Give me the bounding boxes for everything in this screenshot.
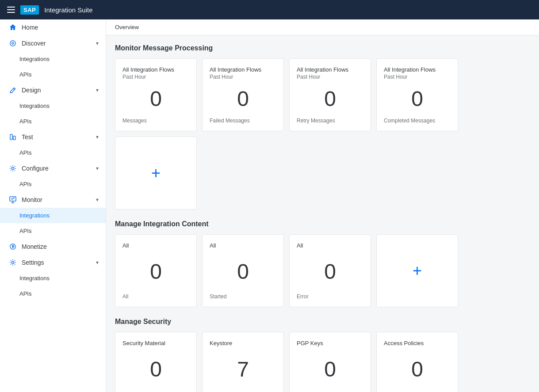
test-apis-label: APIs xyxy=(19,149,31,156)
sidebar-item-test[interactable]: Test ▾ xyxy=(0,129,106,145)
card-keystore-number: 7 xyxy=(210,359,276,380)
monitor-icon xyxy=(8,196,17,203)
card-pgp-keys-top1: PGP Keys xyxy=(297,339,363,347)
card-messages-top1: All Integration Flows xyxy=(122,66,189,74)
card-keystore[interactable]: Keystore 7 Entries xyxy=(202,332,284,392)
sidebar-item-design-apis[interactable]: APIs xyxy=(0,114,106,129)
card-all-started-top1: All xyxy=(210,242,276,250)
add-integration-icon: + xyxy=(413,242,422,300)
card-retry-bottom: Retry Messages xyxy=(297,118,363,124)
card-access-policies[interactable]: Access Policies 0 Artifacts xyxy=(376,332,458,392)
card-all-error[interactable]: All 0 Error xyxy=(289,234,371,307)
settings-chevron: ▾ xyxy=(96,259,99,266)
sidebar-item-discover-apis[interactable]: APIs xyxy=(0,67,106,82)
add-monitor-card[interactable]: + xyxy=(115,137,197,209)
card-pgp-keys[interactable]: PGP Keys 0 Entries xyxy=(289,332,371,392)
configure-chevron: ▾ xyxy=(96,165,99,171)
svg-rect-0 xyxy=(7,7,15,8)
card-security-material-number: 0 xyxy=(122,359,189,380)
design-integrations-label: Integrations xyxy=(19,103,50,109)
card-access-policies-top1: Access Policies xyxy=(384,339,451,347)
discover-chevron: ▾ xyxy=(96,40,99,46)
discover-apis-label: APIs xyxy=(19,71,31,78)
card-completed-messages[interactable]: All Integration Flows Past Hour 0 Comple… xyxy=(376,58,458,131)
test-chevron: ▾ xyxy=(96,134,99,140)
monitor-message-processing-cards: All Integration Flows Past Hour 0 Messag… xyxy=(115,58,530,209)
discover-icon xyxy=(8,40,17,47)
hamburger-button[interactable] xyxy=(7,7,15,13)
add-monitor-icon: + xyxy=(151,144,161,202)
sidebar-item-home[interactable]: Home xyxy=(0,19,106,35)
configure-apis-label: APIs xyxy=(19,181,31,187)
discover-label: Discover xyxy=(22,40,92,47)
card-pgp-keys-number: 0 xyxy=(297,359,363,380)
topbar: SAP Integration Suite xyxy=(0,0,539,19)
card-completed-top2: Past Hour xyxy=(384,74,451,80)
sidebar-item-configure-apis[interactable]: APIs xyxy=(0,176,106,192)
monetize-icon xyxy=(8,243,17,250)
sidebar-item-monetize[interactable]: Monetize xyxy=(0,239,106,255)
card-failed-messages[interactable]: All Integration Flows Past Hour 0 Failed… xyxy=(202,58,284,131)
monitor-apis-label: APIs xyxy=(19,228,31,234)
card-all-all-bottom: All xyxy=(122,293,189,300)
card-all-started-bottom: Started xyxy=(210,293,276,300)
card-keystore-top1: Keystore xyxy=(210,339,276,347)
sidebar-item-test-apis[interactable]: APIs xyxy=(0,145,106,160)
sidebar-item-design-integrations[interactable]: Integrations xyxy=(0,98,106,114)
card-failed-top2: Past Hour xyxy=(210,74,276,80)
svg-rect-5 xyxy=(10,134,12,140)
monitor-chevron: ▾ xyxy=(96,197,99,203)
card-security-material-top1: Security Material xyxy=(122,339,189,347)
svg-point-3 xyxy=(10,41,15,46)
card-completed-bottom: Completed Messages xyxy=(384,118,451,124)
content-area: Monitor Message Processing All Integrati… xyxy=(106,35,539,392)
monitor-message-processing-section: Monitor Message Processing All Integrati… xyxy=(115,44,530,209)
design-chevron: ▾ xyxy=(96,87,99,93)
settings-label: Settings xyxy=(22,259,92,266)
design-label: Design xyxy=(22,87,92,94)
monetize-label: Monetize xyxy=(22,243,99,250)
monitor-integrations-label: Integrations xyxy=(19,212,50,219)
sidebar-item-monitor-integrations[interactable]: Integrations xyxy=(0,208,106,223)
discover-integrations-label: Integrations xyxy=(19,56,50,62)
add-integration-card[interactable]: + xyxy=(376,234,458,307)
sidebar: Home Discover ▾ Integrations APIs xyxy=(0,19,106,392)
configure-icon xyxy=(8,165,17,172)
configure-label: Configure xyxy=(22,165,92,172)
card-security-material[interactable]: Security Material 0 Artifacts xyxy=(115,332,197,392)
sidebar-item-monitor[interactable]: Monitor ▾ xyxy=(0,192,106,208)
card-retry-number: 0 xyxy=(297,88,363,110)
svg-rect-2 xyxy=(7,12,15,13)
card-completed-number: 0 xyxy=(384,88,451,110)
sidebar-item-discover-integrations[interactable]: Integrations xyxy=(0,51,106,67)
manage-integration-content-section: Manage Integration Content All 0 All All xyxy=(115,220,530,307)
sidebar-item-design[interactable]: Design ▾ xyxy=(0,82,106,98)
sidebar-item-configure[interactable]: Configure ▾ xyxy=(0,160,106,176)
card-retry-top2: Past Hour xyxy=(297,74,363,80)
settings-icon xyxy=(8,259,17,266)
svg-rect-1 xyxy=(7,9,15,10)
card-all-all[interactable]: All 0 All xyxy=(115,234,197,307)
card-failed-bottom: Failed Messages xyxy=(210,118,276,124)
breadcrumb-text: Overview xyxy=(115,24,139,30)
sidebar-item-monitor-apis[interactable]: APIs xyxy=(0,223,106,239)
monitor-label: Monitor xyxy=(22,196,92,203)
card-messages[interactable]: All Integration Flows Past Hour 0 Messag… xyxy=(115,58,197,131)
card-all-error-top1: All xyxy=(297,242,363,250)
card-all-started[interactable]: All 0 Started xyxy=(202,234,284,307)
test-label: Test xyxy=(22,133,92,141)
settings-integrations-label: Integrations xyxy=(19,275,50,282)
sidebar-item-settings-integrations[interactable]: Integrations xyxy=(0,270,106,286)
card-completed-top1: All Integration Flows xyxy=(384,66,451,74)
svg-rect-6 xyxy=(13,136,15,140)
card-failed-number: 0 xyxy=(210,88,276,110)
card-access-policies-number: 0 xyxy=(384,359,451,380)
svg-point-4 xyxy=(12,42,14,44)
card-retry-messages[interactable]: All Integration Flows Past Hour 0 Retry … xyxy=(289,58,371,131)
card-all-error-number: 0 xyxy=(297,261,363,282)
card-retry-top1: All Integration Flows xyxy=(297,66,363,74)
sidebar-item-settings[interactable]: Settings ▾ xyxy=(0,255,106,270)
sidebar-item-discover[interactable]: Discover ▾ xyxy=(0,35,106,51)
card-all-started-number: 0 xyxy=(210,261,276,282)
sidebar-item-settings-apis[interactable]: APIs xyxy=(0,286,106,301)
